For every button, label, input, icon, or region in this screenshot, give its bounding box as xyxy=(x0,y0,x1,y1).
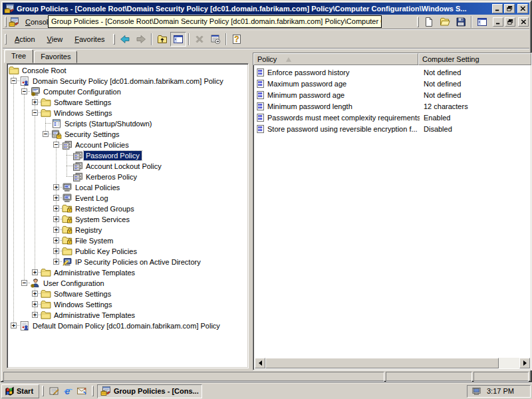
collapse-icon[interactable]: − xyxy=(21,88,27,94)
tree-item-registry[interactable]: +Registry xyxy=(9,225,248,235)
tree-item-user-configuration[interactable]: −User Configuration xyxy=(9,278,248,289)
delete-button[interactable] xyxy=(192,32,207,47)
expand-icon[interactable]: + xyxy=(53,227,59,233)
tree-indent xyxy=(41,140,51,150)
expand-icon[interactable]: + xyxy=(32,269,38,275)
list-item-passwords-must-meet-complexity-requirements[interactable]: Passwords must meet complexity requireme… xyxy=(255,112,530,123)
tree-indent xyxy=(19,310,30,321)
tree-item-windows-settings[interactable]: −Windows Settings xyxy=(9,108,248,118)
tree-item-local-policies[interactable]: +Local Policies xyxy=(9,182,248,193)
outlook-express-icon[interactable] xyxy=(74,384,88,398)
list-item-maximum-password-age[interactable]: Maximum password ageNot defined xyxy=(255,78,530,89)
column-header-computer-setting[interactable]: Computer Setting xyxy=(418,53,531,65)
new-console-button[interactable] xyxy=(421,15,437,29)
tree-item-windows-settings[interactable]: +Windows Settings xyxy=(9,299,248,310)
status-panel xyxy=(386,372,472,382)
expand-icon[interactable]: + xyxy=(32,99,38,105)
expand-icon[interactable]: + xyxy=(53,237,59,243)
taskbar-grip[interactable] xyxy=(42,386,44,396)
tree-item-file-system[interactable]: +File System xyxy=(9,235,248,246)
expand-icon[interactable]: + xyxy=(11,323,17,329)
show-hide-console-tree-button[interactable] xyxy=(170,32,186,47)
tree-indent xyxy=(9,203,19,214)
expand-icon[interactable]: + xyxy=(53,195,59,201)
tree-item-event-log[interactable]: +Event Log xyxy=(9,193,248,203)
open-console-button[interactable] xyxy=(437,15,453,29)
tree-item-software-settings[interactable]: +Software Settings xyxy=(9,289,248,299)
toolbar-grip[interactable] xyxy=(417,17,419,27)
tree-item-computer-configuration[interactable]: −Computer Configuration xyxy=(9,86,248,97)
collapse-icon[interactable]: − xyxy=(11,78,17,84)
collapse-icon[interactable]: − xyxy=(32,110,38,116)
expand-icon[interactable]: + xyxy=(32,291,38,297)
forward-button[interactable] xyxy=(133,32,149,47)
toolbar-grip[interactable] xyxy=(5,34,7,45)
scroll-left-button[interactable] xyxy=(255,358,265,368)
expand-icon[interactable]: + xyxy=(53,216,59,222)
column-header-policy[interactable]: Policy xyxy=(253,53,418,65)
scroll-right-button[interactable] xyxy=(519,358,530,368)
new-window-button[interactable] xyxy=(474,15,490,29)
tree-item-ip-security-policies-on-active-directory[interactable]: +IP Security Policies on Active Director… xyxy=(9,257,248,267)
tree-indent xyxy=(9,97,19,108)
mmc-child-icon[interactable] xyxy=(9,17,19,27)
list-item-minimum-password-age[interactable]: Minimum password ageNot defined xyxy=(255,89,530,100)
menu-view[interactable]: View xyxy=(41,33,69,45)
export-list-button[interactable] xyxy=(207,32,223,47)
collapse-icon[interactable]: − xyxy=(53,142,59,148)
expand-icon[interactable]: + xyxy=(32,312,38,318)
tree-connector: − xyxy=(41,129,51,140)
list-item-store-password-using-reversible-encryption-f[interactable]: Store password using reversible encrypti… xyxy=(255,123,530,134)
child-restore-button[interactable] xyxy=(505,17,515,27)
show-desktop-icon[interactable] xyxy=(47,384,61,398)
expand-icon[interactable]: + xyxy=(32,301,38,307)
tree-item-password-policy[interactable]: Password Policy xyxy=(9,150,248,161)
menu-action[interactable]: Action xyxy=(9,33,41,45)
expand-icon[interactable]: + xyxy=(53,248,59,254)
tree-item-domain-security-policy-dc01-domain-fabrikam-com-policy[interactable]: −Domain Security Policy [dc01.domain.fab… xyxy=(9,76,248,86)
tree-item-system-services[interactable]: +System Services xyxy=(9,214,248,225)
tree-item-account-lockout-policy[interactable]: Account Lockout Policy xyxy=(9,161,248,172)
tab-tree[interactable]: Tree xyxy=(4,49,33,63)
scrollbar-track[interactable] xyxy=(499,358,519,368)
up-one-level-button[interactable] xyxy=(154,32,170,47)
toolbar-grip[interactable] xyxy=(5,17,7,27)
menu-favorites[interactable]: Favorites xyxy=(68,33,110,45)
list-item-enforce-password-history[interactable]: Enforce password historyNot defined xyxy=(255,66,530,78)
expand-icon[interactable]: + xyxy=(53,184,59,190)
tree-item-security-settings[interactable]: −Security Settings xyxy=(9,129,248,140)
restore-button[interactable] xyxy=(504,4,515,13)
tree-indent xyxy=(19,289,30,299)
tree-item-account-policies[interactable]: −Account Policies xyxy=(9,140,248,150)
close-button[interactable] xyxy=(517,4,528,13)
child-close-button[interactable] xyxy=(518,17,529,27)
tree-item-scripts-startup-shutdown[interactable]: Scripts (Startup/Shutdown) xyxy=(9,118,248,129)
start-button[interactable]: Start xyxy=(1,384,39,398)
taskbar-clock[interactable]: 3:17 PM xyxy=(487,387,514,395)
help-button[interactable]: ? xyxy=(229,32,245,47)
child-minimize-button[interactable] xyxy=(493,17,503,27)
task-button-group-policies[interactable]: Group Policies - [Cons... xyxy=(97,384,202,398)
back-button[interactable] xyxy=(117,32,133,47)
list-item-minimum-password-length[interactable]: Minimum password length12 characters xyxy=(255,100,530,112)
tree-item-administrative-templates[interactable]: +Administrative Templates xyxy=(9,267,248,278)
expand-icon[interactable]: + xyxy=(53,259,59,265)
scrollbar-thumb[interactable] xyxy=(265,358,499,368)
internet-explorer-icon[interactable]: e xyxy=(61,384,74,398)
minimize-button[interactable] xyxy=(492,4,503,13)
expand-icon[interactable]: + xyxy=(53,205,59,211)
tree-item-restricted-groups[interactable]: +Restricted Groups xyxy=(9,203,248,214)
tree-item-software-settings[interactable]: +Software Settings xyxy=(9,97,248,108)
collapse-icon[interactable]: − xyxy=(21,280,27,286)
tree-item-public-key-policies[interactable]: +Public Key Policies xyxy=(9,246,248,257)
taskbar-grip[interactable] xyxy=(92,386,94,396)
computerpolicy-icon xyxy=(62,182,72,193)
tree-item-default-domain-policy-dc01-domain-fabrikam-com-policy[interactable]: +Default Domain Policy [dc01.domain.fabr… xyxy=(9,321,248,331)
tree-item-kerberos-policy[interactable]: Kerberos Policy xyxy=(9,172,248,182)
tree-item-administrative-templates[interactable]: +Administrative Templates xyxy=(9,310,248,321)
tree-item-console-root[interactable]: Console Root xyxy=(9,65,248,76)
toolbar-grip[interactable] xyxy=(113,34,115,45)
tab-favorites[interactable]: Favorites xyxy=(34,51,77,63)
collapse-icon[interactable]: − xyxy=(43,131,49,137)
save-console-button[interactable] xyxy=(453,15,469,29)
